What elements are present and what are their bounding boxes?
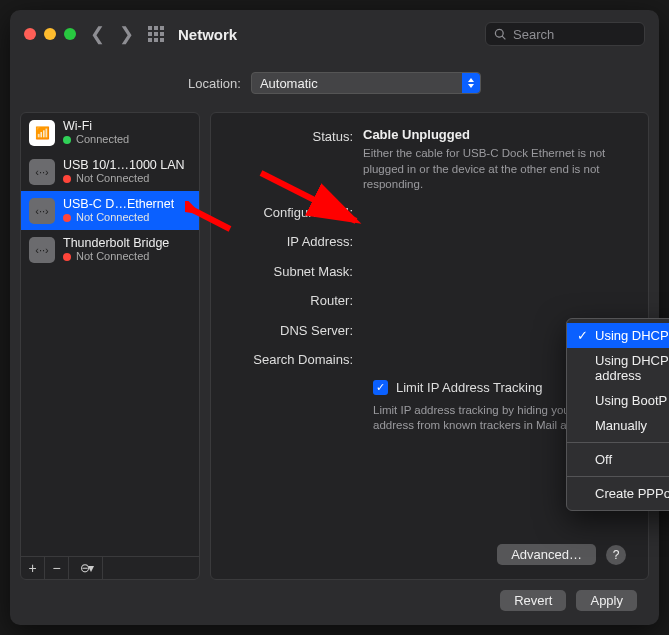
service-status-text: Not Connected	[76, 172, 149, 185]
zoom-window-button[interactable]	[64, 28, 76, 40]
back-button[interactable]: ❮	[90, 23, 105, 45]
window-controls	[24, 28, 76, 40]
status-dot-icon	[63, 136, 71, 144]
location-row: Location: Automatic	[10, 58, 659, 112]
service-item[interactable]: ‹··›USB-C D…EthernetNot Connected	[21, 191, 199, 230]
status-dot-icon	[63, 253, 71, 261]
status-dot-icon	[63, 214, 71, 222]
help-button[interactable]: ?	[606, 545, 626, 565]
service-text: USB 10/1…1000 LANNot Connected	[63, 158, 185, 185]
service-status: Connected	[63, 133, 129, 146]
limit-ip-tracking-checkbox[interactable]	[373, 380, 388, 395]
services-footer: + − ⊖▾	[21, 556, 199, 579]
status-label: Status:	[233, 127, 363, 147]
location-popup[interactable]: Automatic	[251, 72, 481, 94]
service-status: Not Connected	[63, 250, 169, 263]
service-text: USB-C D…EthernetNot Connected	[63, 197, 174, 224]
service-name: Wi-Fi	[63, 119, 129, 133]
service-status: Not Connected	[63, 172, 185, 185]
detail-footer: Advanced… ?	[233, 544, 626, 565]
nav-buttons: ❮ ❯	[90, 23, 134, 45]
services-list: 📶Wi-FiConnected‹··›USB 10/1…1000 LANNot …	[21, 113, 199, 556]
add-service-button[interactable]: +	[21, 557, 45, 579]
search-icon	[494, 28, 507, 41]
service-text: Thunderbolt BridgeNot Connected	[63, 236, 169, 263]
service-status: Not Connected	[63, 211, 174, 224]
forward-button[interactable]: ❯	[119, 23, 134, 45]
advanced-button[interactable]: Advanced…	[497, 544, 596, 565]
services-sidebar: 📶Wi-FiConnected‹··›USB 10/1…1000 LANNot …	[20, 112, 200, 580]
menu-separator	[567, 476, 669, 477]
menu-separator	[567, 442, 669, 443]
configure-ipv4-option[interactable]: Manually	[567, 413, 669, 438]
limit-ip-tracking-label: Limit IP Address Tracking	[396, 380, 542, 395]
search-placeholder: Search	[513, 27, 554, 42]
status-value: Cable Unplugged	[363, 127, 626, 142]
ip-address-label: IP Address:	[233, 232, 363, 252]
service-status-text: Connected	[76, 133, 129, 146]
service-detail-panel: Status: Cable Unplugged Either the cable…	[210, 112, 649, 580]
network-prefpane-window: ❮ ❯ Network Search Location: Automatic 📶…	[10, 10, 659, 625]
minimize-window-button[interactable]	[44, 28, 56, 40]
service-name: USB-C D…Ethernet	[63, 197, 174, 211]
service-status-text: Not Connected	[76, 211, 149, 224]
configure-ipv4-option[interactable]: Using DHCP	[567, 323, 669, 348]
ethernet-icon: ‹··›	[29, 159, 55, 185]
show-all-icon[interactable]	[148, 26, 164, 42]
router-label: Router:	[233, 291, 363, 311]
service-item[interactable]: ‹··›Thunderbolt BridgeNot Connected	[21, 230, 199, 269]
search-domains-label: Search Domains:	[233, 350, 363, 370]
configure-ipv4-option[interactable]: Using BootP	[567, 388, 669, 413]
service-actions-menu[interactable]: ⊖▾	[69, 557, 103, 579]
wifi-icon: 📶	[29, 120, 55, 146]
configure-ipv4-option[interactable]: Using DHCP with manual address	[567, 348, 669, 388]
status-dot-icon	[63, 175, 71, 183]
body: 📶Wi-FiConnected‹··›USB 10/1…1000 LANNot …	[10, 112, 659, 590]
configure-ipv4-label: Configure IPv4:	[233, 203, 363, 223]
apply-button[interactable]: Apply	[576, 590, 637, 611]
configure-ipv4-option[interactable]: Off	[567, 447, 669, 472]
status-row: Status: Cable Unplugged Either the cable…	[233, 127, 626, 193]
close-window-button[interactable]	[24, 28, 36, 40]
location-label: Location:	[188, 76, 241, 91]
service-item[interactable]: 📶Wi-FiConnected	[21, 113, 199, 152]
service-name: Thunderbolt Bridge	[63, 236, 169, 250]
subnet-mask-label: Subnet Mask:	[233, 262, 363, 282]
titlebar: ❮ ❯ Network Search	[10, 10, 659, 58]
configure-ipv4-menu: Using DHCPUsing DHCP with manual address…	[566, 318, 669, 511]
popup-stepper-icon	[462, 73, 480, 93]
ethernet-icon: ‹··›	[29, 237, 55, 263]
service-status-text: Not Connected	[76, 250, 149, 263]
service-name: USB 10/1…1000 LAN	[63, 158, 185, 172]
window-title: Network	[178, 26, 237, 43]
location-value: Automatic	[260, 76, 318, 91]
service-item[interactable]: ‹··›USB 10/1…1000 LANNot Connected	[21, 152, 199, 191]
status-subtext: Either the cable for USB-C Dock Ethernet…	[363, 146, 613, 193]
search-field[interactable]: Search	[485, 22, 645, 46]
window-footer: Revert Apply	[10, 590, 659, 625]
limit-ip-tracking-row: Limit IP Address Tracking	[373, 380, 542, 395]
service-text: Wi-FiConnected	[63, 119, 129, 146]
dns-server-label: DNS Server:	[233, 321, 363, 341]
revert-button[interactable]: Revert	[500, 590, 566, 611]
ethernet-icon: ‹··›	[29, 198, 55, 224]
configure-ipv4-option[interactable]: Create PPPoE Service…	[567, 481, 669, 506]
remove-service-button[interactable]: −	[45, 557, 69, 579]
